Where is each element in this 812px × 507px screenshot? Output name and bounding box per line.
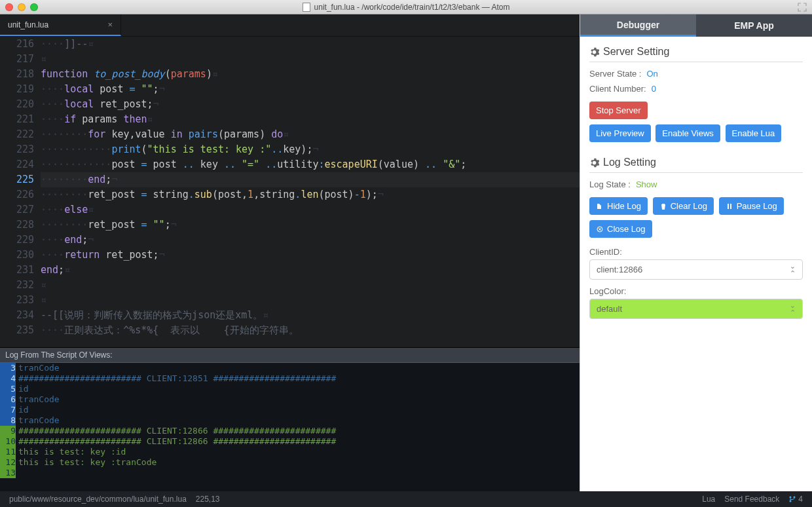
client-number-value: 0 bbox=[652, 84, 656, 94]
svg-point-2 bbox=[794, 497, 796, 498]
log-state-label: Log State : bbox=[589, 179, 631, 189]
git-branch-icon bbox=[788, 495, 796, 503]
enable-views-button[interactable]: Enable Views bbox=[655, 124, 720, 142]
window-title: unit_fun.lua - /work/code/ide/train/t1/t… bbox=[0, 3, 812, 12]
svg-point-1 bbox=[790, 500, 792, 502]
close-window-icon[interactable] bbox=[5, 3, 13, 11]
status-path[interactable]: public/www/resource_dev/common/lua/unit_… bbox=[9, 495, 187, 504]
titlebar: unit_fun.lua - /work/code/ide/train/t1/t… bbox=[0, 0, 812, 14]
editor-area: unit_fun.lua × 2162172182192202212222232… bbox=[0, 14, 580, 491]
tab-unit-fun[interactable]: unit_fun.lua × bbox=[0, 14, 121, 36]
tab-emp-app[interactable]: EMP App bbox=[696, 14, 812, 37]
clear-log-button[interactable]: Clear Log bbox=[653, 197, 714, 215]
enable-lua-button[interactable]: Enable Lua bbox=[726, 124, 782, 142]
clientid-select[interactable]: client:12866 bbox=[589, 259, 803, 280]
tab-label: unit_fun.lua bbox=[8, 20, 48, 29]
log-setting-title: Log Setting bbox=[603, 157, 656, 168]
panel-tabs: Debugger EMP App bbox=[580, 14, 812, 37]
close-icon[interactable]: × bbox=[107, 20, 113, 29]
live-preview-button[interactable]: Live Preview bbox=[589, 124, 651, 142]
stop-server-button[interactable]: Stop Server bbox=[589, 102, 648, 119]
hide-log-button[interactable]: Hide Log bbox=[589, 197, 648, 215]
clientid-label: ClientID: bbox=[589, 247, 803, 257]
editor-tabbar: unit_fun.lua × bbox=[0, 14, 580, 37]
window-title-text: unit_fun.lua - /work/code/ide/train/t1/t… bbox=[314, 3, 510, 12]
log-state-value: Show bbox=[636, 179, 657, 189]
code-editor[interactable]: 2162172182192202212222232242252262272282… bbox=[0, 37, 580, 347]
code-body[interactable]: ····]]--¤¤function to_post_body(params)¤… bbox=[41, 37, 580, 347]
file-icon bbox=[303, 3, 310, 12]
log-header: Log From The Script Of Views: bbox=[0, 348, 580, 363]
svg-point-0 bbox=[790, 497, 792, 498]
logcolor-select[interactable]: default bbox=[589, 299, 803, 319]
tab-debugger[interactable]: Debugger bbox=[580, 14, 696, 37]
git-count: 4 bbox=[798, 495, 803, 504]
line-gutter: 2162172182192202212222232242252262272282… bbox=[0, 37, 41, 347]
status-language[interactable]: Lua bbox=[702, 495, 715, 504]
server-setting-header: Server Setting bbox=[589, 46, 803, 62]
server-state-label: Server State : bbox=[589, 69, 641, 79]
log-panel: Log From The Script Of Views: 3456789101… bbox=[0, 347, 580, 491]
logcolor-label: LogColor: bbox=[589, 286, 803, 296]
debugger-panel: Debugger EMP App Server Setting Server S… bbox=[580, 14, 812, 491]
zoom-window-icon[interactable] bbox=[30, 3, 38, 11]
gear-icon bbox=[589, 47, 599, 57]
pause-log-button[interactable]: Pause Log bbox=[719, 197, 784, 215]
git-status[interactable]: 4 bbox=[788, 495, 803, 504]
traffic-lights[interactable] bbox=[5, 3, 38, 11]
server-state-value: On bbox=[646, 69, 657, 79]
send-feedback-link[interactable]: Send Feedback bbox=[724, 495, 779, 504]
server-setting-title: Server Setting bbox=[603, 46, 669, 58]
gear-icon bbox=[589, 158, 599, 168]
minimize-window-icon[interactable] bbox=[18, 3, 26, 11]
close-log-button[interactable]: Close Log bbox=[589, 220, 652, 238]
status-cursor-pos: 225,13 bbox=[196, 495, 220, 504]
client-number-label: Client Number: bbox=[589, 84, 646, 94]
log-body[interactable]: 345678910111213 tranCode################… bbox=[0, 363, 580, 491]
fullscreen-icon[interactable] bbox=[798, 3, 807, 12]
statusbar: public/www/resource_dev/common/lua/unit_… bbox=[0, 491, 812, 507]
log-setting-header: Log Setting bbox=[589, 157, 803, 173]
